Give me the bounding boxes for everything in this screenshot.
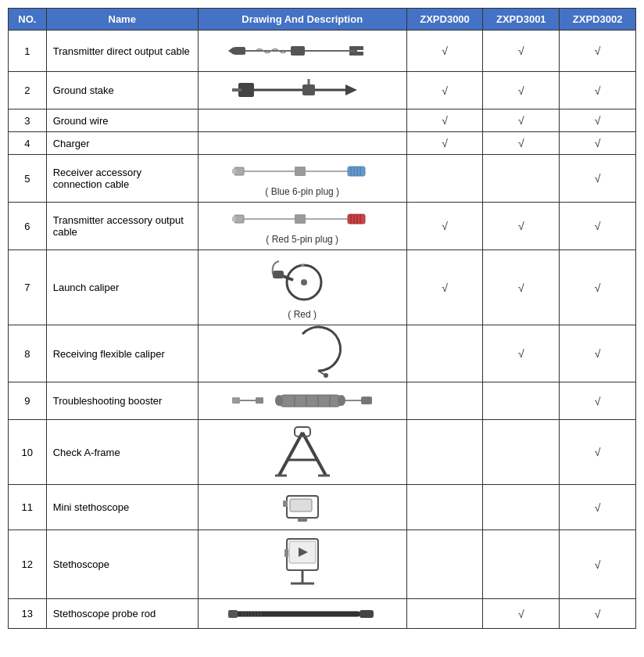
row-name: Transmitter direct output cable <box>46 31 198 72</box>
row-zxpd3002: √ <box>560 31 636 72</box>
row-no: 1 <box>9 31 47 72</box>
row-zxpd3002: √ <box>560 155 636 203</box>
svg-rect-11 <box>302 84 315 95</box>
row-zxpd3001: √ <box>483 599 560 629</box>
row-drawing: ( Blue 6-pin plug ) <box>198 155 406 203</box>
table-row: 7 Launch caliper <box>9 250 636 325</box>
row-zxpd3002: √ <box>560 420 636 485</box>
row-zxpd3002: √ <box>560 325 636 382</box>
row-drawing <box>198 325 406 382</box>
row-zxpd3000 <box>406 155 483 203</box>
row-name: Launch caliper <box>46 250 198 325</box>
row-zxpd3002: √ <box>560 382 636 420</box>
svg-rect-24 <box>232 217 236 221</box>
row-zxpd3001: √ <box>483 31 560 72</box>
table-row: 12 Stethoscope <box>9 530 636 599</box>
svg-rect-4 <box>349 46 363 50</box>
row-zxpd3000: √ <box>406 132 483 155</box>
row-name: Transmitter accessory output cable <box>46 203 198 250</box>
svg-rect-58 <box>283 501 288 507</box>
row-zxpd3001: √ <box>483 250 560 325</box>
svg-rect-30 <box>295 214 306 224</box>
row-zxpd3000 <box>406 599 483 629</box>
row-zxpd3001 <box>483 530 560 599</box>
svg-rect-33 <box>273 271 284 278</box>
svg-rect-76 <box>360 610 374 618</box>
row-no: 5 <box>9 155 47 203</box>
row-name: Check A-frame <box>46 420 198 485</box>
row-name: Receiver accessory connection cable <box>46 155 198 203</box>
row-drawing <box>198 72 406 110</box>
svg-marker-2 <box>228 47 234 55</box>
row-zxpd3001: √ <box>483 110 560 132</box>
row-zxpd3000: √ <box>406 72 483 110</box>
svg-rect-1 <box>234 47 245 55</box>
row-no: 11 <box>9 485 47 530</box>
row-drawing <box>198 530 406 599</box>
row-no: 12 <box>9 530 47 599</box>
table-row: 13 Stethoscope probe rod <box>9 599 636 629</box>
row-caption: ( Blue 6-pin plug ) <box>265 186 339 197</box>
row-drawing <box>198 31 406 72</box>
svg-point-34 <box>301 279 307 285</box>
row-name: Ground stake <box>46 72 198 110</box>
svg-rect-21 <box>295 167 306 176</box>
header-zxpd3000: ZXPD3000 <box>406 9 483 31</box>
table-row: 4 Charger √ √ √ <box>9 132 636 155</box>
row-zxpd3000 <box>406 420 483 485</box>
row-caption: ( Red ) <box>288 309 317 320</box>
row-zxpd3002: √ <box>560 132 636 155</box>
row-no: 7 <box>9 250 47 325</box>
svg-rect-3 <box>291 46 305 56</box>
row-zxpd3001 <box>483 155 560 203</box>
svg-rect-39 <box>232 397 240 404</box>
row-name: Mini stethoscope <box>46 485 198 530</box>
row-name: Ground wire <box>46 110 198 132</box>
svg-point-37 <box>324 373 328 378</box>
row-zxpd3001 <box>483 382 560 420</box>
row-zxpd3000: √ <box>406 31 483 72</box>
row-zxpd3000 <box>406 485 483 530</box>
row-drawing <box>198 485 406 530</box>
row-zxpd3000 <box>406 382 483 420</box>
row-zxpd3001 <box>483 420 560 485</box>
row-zxpd3002: √ <box>560 110 636 132</box>
header-no: NO. <box>9 9 47 31</box>
row-zxpd3002: √ <box>560 599 636 629</box>
svg-rect-25 <box>348 214 365 224</box>
svg-line-51 <box>302 433 326 476</box>
table-row: 1 Transmitter direct output cable <box>9 31 636 72</box>
svg-rect-67 <box>228 610 238 618</box>
row-name: Stethoscope <box>46 530 198 599</box>
svg-rect-59 <box>298 518 307 522</box>
accessories-table: NO. Name Drawing And Description ZXPD300… <box>8 8 636 629</box>
svg-rect-16 <box>348 167 365 176</box>
header-zxpd3002: ZXPD3002 <box>560 9 636 31</box>
row-zxpd3001: √ <box>483 72 560 110</box>
header-zxpd3001: ZXPD3001 <box>483 9 560 31</box>
row-zxpd3000: √ <box>406 110 483 132</box>
row-drawing <box>198 599 406 629</box>
svg-rect-15 <box>232 169 236 174</box>
row-drawing <box>198 382 406 420</box>
row-zxpd3001: √ <box>483 132 560 155</box>
table-row: 3 Ground wire √ √ √ <box>9 110 636 132</box>
row-zxpd3000 <box>406 325 483 382</box>
row-zxpd3001: √ <box>483 203 560 250</box>
row-drawing: ( Red 5-pin plug ) <box>198 203 406 250</box>
row-name: Stethoscope probe rod <box>46 599 198 629</box>
table-row: 8 Receiving flexible caliper <box>9 325 636 382</box>
row-zxpd3001: √ <box>483 325 560 382</box>
row-no: 6 <box>9 203 47 250</box>
row-drawing <box>198 110 406 132</box>
row-name: Charger <box>46 132 198 155</box>
row-no: 4 <box>9 132 47 155</box>
row-drawing: ( Red ) <box>198 250 406 325</box>
table-row: 2 Ground stake <box>9 72 636 110</box>
row-caption: ( Red 5-pin plug ) <box>266 234 338 245</box>
row-zxpd3002: √ <box>560 250 636 325</box>
row-name: Receiving flexible caliper <box>46 325 198 382</box>
row-zxpd3002: √ <box>560 530 636 599</box>
row-drawing <box>198 132 406 155</box>
row-no: 8 <box>9 325 47 382</box>
